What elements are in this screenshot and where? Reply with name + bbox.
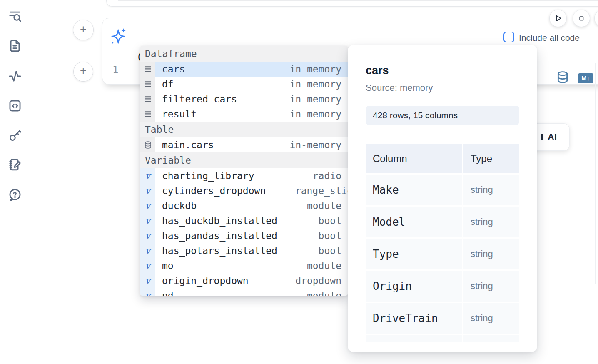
schema-header-type: Type <box>463 144 519 173</box>
schema-column-name: Type <box>366 239 462 269</box>
autocomplete-item-type: bool <box>319 215 341 226</box>
dataframe-icon <box>140 77 155 92</box>
previous-cell-inner-border <box>118 0 598 1</box>
autocomplete-item-charting_library[interactable]: vcharting_libraryradio <box>140 168 348 183</box>
previous-cell-bottom <box>106 0 598 7</box>
autocomplete-item-type: in-memory <box>289 109 341 120</box>
snippets-code-icon[interactable] <box>8 99 22 113</box>
variable-icon: v <box>140 273 155 288</box>
keys-icon[interactable] <box>8 128 22 142</box>
autocomplete-item-cylinders_dropdown[interactable]: vcylinders_dropdownrange_slider <box>140 183 348 198</box>
scratchpad-icon[interactable] <box>8 157 22 172</box>
include-all-code-checkbox[interactable] <box>503 32 514 42</box>
schema-header-column: Column <box>366 144 462 173</box>
autocomplete-item-name: result <box>162 109 197 120</box>
autocomplete-item-has_pandas_installed[interactable]: vhas_pandas_installedbool <box>140 228 348 243</box>
schema-column-name: Origin <box>366 271 462 302</box>
autocomplete-item-name: df <box>162 79 174 90</box>
variable-icon: v <box>140 258 155 273</box>
autocomplete-item-mo[interactable]: vmomodule <box>140 258 348 273</box>
autocomplete-item-cars[interactable]: carsin-memory <box>140 62 348 77</box>
autocomplete-item-pd[interactable]: vpdmodule <box>140 288 348 296</box>
ai-button-label: AI <box>548 132 557 142</box>
left-sidebar <box>0 0 30 364</box>
ai-sparkle-icon <box>109 27 128 46</box>
variable-icon: v <box>140 198 155 213</box>
autocomplete-item-type: module <box>307 200 341 211</box>
schema-column-type: string <box>463 271 519 302</box>
autocomplete-item-type: dropdown <box>295 275 341 286</box>
autocomplete-item-main-cars[interactable]: main.carsin-memory <box>140 137 348 152</box>
toc-search-icon[interactable] <box>8 9 22 23</box>
schema-column-name: DriveTrain <box>366 303 462 334</box>
variable-icon: v <box>140 288 155 296</box>
schema-table-wrap: Column Type MakestringModelstringTypestr… <box>366 144 519 342</box>
variable-icon: v <box>140 228 155 243</box>
clipped-letter-fragment <box>541 134 543 140</box>
preview-shape-badge: 428 rows, 15 columns <box>366 106 519 125</box>
dataframe-icon <box>140 107 155 122</box>
database-icon <box>140 137 155 152</box>
preview-title: cars <box>366 64 519 77</box>
autocomplete-item-filtered_cars[interactable]: filtered_carsin-memory <box>140 92 348 107</box>
activity-icon[interactable] <box>8 69 22 83</box>
file-document-icon[interactable] <box>8 39 22 53</box>
dataframe-icon <box>140 62 155 77</box>
stop-button[interactable] <box>573 10 590 27</box>
autocomplete-item-duckdb[interactable]: vduckdbmodule <box>140 198 348 213</box>
add-cell-below-button[interactable]: + <box>73 62 93 82</box>
autocomplete-section-header: Dataframe <box>140 46 348 62</box>
autocomplete-item-type: in-memory <box>289 64 341 75</box>
variable-icon: v <box>140 183 155 198</box>
markdown-badge[interactable]: M↓ <box>578 73 593 83</box>
autocomplete-item-name: has_pandas_installed <box>162 230 277 241</box>
help-chat-icon[interactable] <box>8 188 22 202</box>
autocomplete-item-name: pd <box>162 290 174 296</box>
include-all-code-label: Include all code <box>519 33 580 43</box>
autocomplete-item-has_duckdb_installed[interactable]: vhas_duckdb_installedbool <box>140 213 348 228</box>
autocomplete-item-name: duckdb <box>162 200 197 211</box>
preview-source: Source: memory <box>366 82 519 93</box>
autocomplete-item-type: in-memory <box>289 79 341 90</box>
autocomplete-item-name: filtered_cars <box>162 94 237 105</box>
autocomplete-item-name: cylinders_dropdown <box>162 185 266 196</box>
variable-icon: v <box>140 213 155 228</box>
autocomplete-item-type: radio <box>313 170 341 181</box>
line-number: 1 <box>112 64 118 76</box>
schema-column-type: string <box>463 303 519 334</box>
autocomplete-item-has_polars_installed[interactable]: vhas_polars_installedbool <box>140 243 348 258</box>
schema-row-clipped <box>463 335 519 342</box>
schema-column-name: Model <box>366 207 462 237</box>
schema-column-name: Make <box>366 175 462 205</box>
autocomplete-item-name: has_polars_installed <box>162 245 277 256</box>
dataframe-preview-card: cars Source: memory 428 rows, 15 columns… <box>348 45 537 352</box>
autocomplete-item-type: module <box>307 290 341 296</box>
autocomplete-item-name: mo <box>162 260 174 271</box>
play-icon <box>553 13 563 23</box>
autocomplete-item-name: main.cars <box>162 140 214 150</box>
autocomplete-section-header: Table <box>140 122 348 137</box>
autocomplete-item-origin_dropdown[interactable]: vorigin_dropdowndropdown <box>140 273 348 288</box>
autocomplete-item-name: origin_dropdown <box>162 275 249 286</box>
schema-column-type: string <box>463 207 519 237</box>
autocomplete-item-name: charting_library <box>162 170 254 181</box>
autocomplete-item-type: bool <box>319 230 341 241</box>
variable-icon: v <box>140 168 155 183</box>
schema-row-clipped <box>366 335 462 342</box>
stop-icon <box>576 13 586 23</box>
autocomplete-item-type: range_slider <box>295 185 348 196</box>
database-icon[interactable] <box>556 70 570 85</box>
autocomplete-item-type: in-memory <box>289 140 341 150</box>
run-button[interactable] <box>549 10 567 27</box>
autocomplete-item-df[interactable]: dfin-memory <box>140 77 348 92</box>
add-cell-above-button[interactable]: + <box>73 20 94 40</box>
schema-table: Column Type MakestringModelstringTypestr… <box>366 144 519 342</box>
marimo-notebook: { "colors": { "accent_blue": "#3b82f6", … <box>0 0 598 364</box>
autocomplete-item-type: in-memory <box>289 94 341 105</box>
variable-icon: v <box>140 243 155 258</box>
autocomplete-item-type: bool <box>319 245 341 256</box>
autocomplete-item-result[interactable]: resultin-memory <box>140 107 348 122</box>
schema-column-type: string <box>463 175 519 205</box>
right-panel-edge <box>595 63 596 284</box>
autocomplete-item-type: module <box>307 260 341 271</box>
